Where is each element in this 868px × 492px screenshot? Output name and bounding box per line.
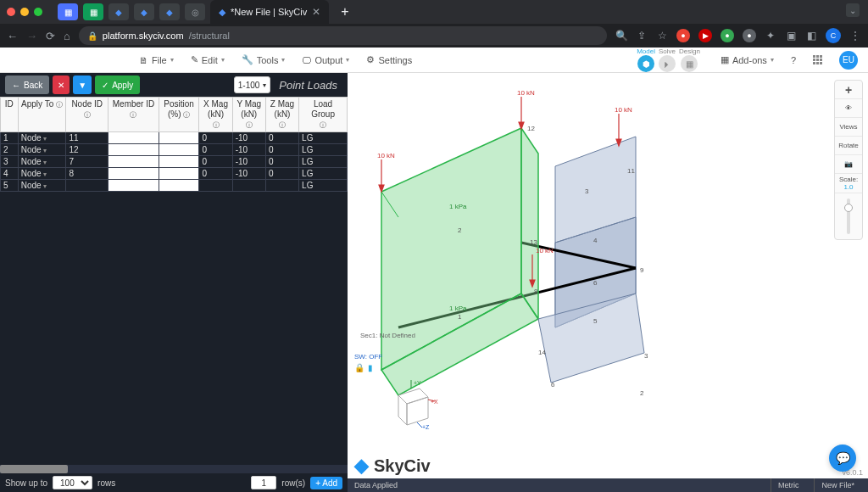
loads-table[interactable]: ID Apply To ⓘ Node IDⓘ Member ID ⓘ Posit… [0, 97, 348, 192]
svg-text:Sec1: Not Defined: Sec1: Not Defined [360, 332, 415, 339]
monitor-icon: 🖵 [302, 55, 311, 65]
menu-output[interactable]: 🖵Output▾ [295, 52, 356, 69]
back-button[interactable]: ←Back [5, 75, 49, 94]
visibility-button[interactable]: 👁 [835, 99, 862, 118]
wf-solve[interactable]: Solve⏵ [659, 48, 676, 72]
views-button[interactable]: Views [835, 118, 862, 137]
lock-indicators[interactable]: 🔒▮ [354, 363, 373, 372]
close-window-icon[interactable] [7, 8, 15, 16]
cast-icon[interactable]: ▣ [785, 30, 797, 42]
col-node[interactable]: Node IDⓘ [66, 98, 108, 132]
add-row-button[interactable]: + Add [310, 477, 342, 489]
kebab-menu-icon[interactable]: ⋮ [849, 30, 861, 42]
menu-file[interactable]: 🗎File▾ [132, 52, 181, 69]
pinned-tab-skyciv-1[interactable]: ◆ [108, 3, 129, 20]
window-controls[interactable] [7, 8, 42, 16]
reload-icon[interactable]: ⟳ [46, 30, 55, 42]
table-row[interactable]: 2Node120-100LG [1, 144, 348, 156]
menu-addons[interactable]: ▦Add-ons▾ [714, 51, 781, 69]
svg-text:12: 12 [527, 125, 535, 132]
table-wrap: ID Apply To ⓘ Node IDⓘ Member ID ⓘ Posit… [0, 97, 348, 192]
menu-tools[interactable]: 🔧Tools▾ [235, 51, 292, 69]
panel-icon[interactable]: ◧ [805, 30, 817, 42]
svg-text:3: 3 [644, 352, 648, 360]
table-row[interactable]: 5NodeLG [1, 180, 348, 192]
search-icon[interactable]: 🔍 [615, 30, 627, 42]
viewport[interactable]: 12 11 8 13 14 3 2 6 9 2 1 3 4 6 5 [348, 73, 868, 492]
col-ymag[interactable]: Y Mag (kN)ⓘ [232, 98, 265, 132]
zoom-in-button[interactable]: + [835, 81, 862, 99]
file-icon: 🗎 [139, 55, 148, 65]
gear-icon: ⚙ [366, 54, 375, 65]
sw-indicator: SW: OFF [354, 353, 382, 361]
url-path: /structural [189, 31, 230, 41]
filter-button[interactable]: ▼ [73, 75, 92, 94]
apply-button[interactable]: ✓Apply [95, 75, 140, 94]
svg-text:11: 11 [627, 167, 635, 175]
new-tab-button[interactable]: + [334, 4, 355, 20]
cancel-button[interactable]: ✕ [53, 75, 70, 94]
col-xmag[interactable]: X Mag (kN)ⓘ [199, 98, 232, 132]
menu-settings[interactable]: ⚙Settings [359, 51, 419, 69]
table-footer: Show up to 100 rows row(s) + Add [0, 473, 348, 492]
user-avatar[interactable]: EU [839, 51, 858, 70]
forward-icon[interactable]: → [26, 30, 37, 42]
table-row[interactable]: 1Node110-100LG [1, 132, 348, 144]
help-icon[interactable]: ? [784, 52, 803, 69]
extension-1-icon[interactable]: ● [676, 29, 690, 42]
home-icon[interactable]: ⌂ [64, 30, 70, 42]
maximize-window-icon[interactable] [34, 8, 42, 16]
col-apply[interactable]: Apply To ⓘ [18, 98, 66, 132]
rowcount-input[interactable] [251, 476, 276, 489]
range-select[interactable]: 1-100▾ [234, 76, 271, 93]
active-tab[interactable]: ◆ *New File | SkyCiv ✕ [210, 0, 329, 24]
left-panel: ←Back ✕ ▼ ✓Apply 1-100▾ Point Loads ID A… [0, 73, 348, 492]
scale-slider[interactable] [847, 198, 850, 234]
status-file[interactable]: New File* [814, 478, 861, 492]
check-icon: ✓ [102, 81, 108, 90]
camera-button[interactable]: 📷 [835, 155, 862, 174]
status-message: Data Applied [354, 481, 398, 489]
menu-edit[interactable]: ✎Edit▾ [184, 51, 231, 69]
col-zmag[interactable]: Z Mag (kN)ⓘ [265, 98, 298, 132]
svg-marker-9 [538, 294, 644, 383]
share-icon[interactable]: ⇪ [636, 30, 648, 42]
apps-grid-icon[interactable] [806, 52, 829, 68]
rotate-button[interactable]: Rotate [835, 137, 862, 155]
panel-title: Point Loads [274, 79, 342, 92]
left-bottom: Show up to 100 rows row(s) + Add [0, 465, 348, 492]
bookmark-icon[interactable]: ☆ [656, 30, 668, 42]
extensions-icon[interactable]: ✦ [765, 30, 776, 42]
wrench-icon: 🔧 [242, 54, 253, 65]
svg-text:1 kPa: 1 kPa [449, 203, 467, 210]
app-toolbar: 🗎File▾ ✎Edit▾ 🔧Tools▾ 🖵Output▾ ⚙Settings… [0, 48, 868, 73]
close-tab-icon[interactable]: ✕ [312, 6, 320, 18]
pinned-tab-sheets[interactable]: ▦ [83, 3, 103, 20]
col-lg[interactable]: Load Groupⓘ [299, 98, 348, 132]
wf-design[interactable]: Design▦ [679, 48, 700, 72]
showup-select[interactable]: 100 [53, 476, 92, 489]
orientation-cube[interactable]: +Y +X +Z [381, 378, 441, 438]
profile-avatar[interactable]: C [826, 28, 841, 43]
pinned-tab-other[interactable]: ◎ [185, 3, 205, 20]
extension-3-icon[interactable]: ● [721, 29, 734, 42]
col-member[interactable]: Member ID ⓘ [108, 98, 159, 132]
h-scrollbar[interactable] [0, 465, 348, 473]
table-row[interactable]: 4Node80-100LG [1, 168, 348, 180]
back-icon[interactable]: ← [7, 30, 18, 42]
table-row[interactable]: 3Node70-100LG [1, 156, 348, 168]
status-units[interactable]: Metric [771, 478, 806, 492]
extension-2-icon[interactable]: ▶ [698, 29, 712, 42]
minimize-window-icon[interactable] [20, 8, 29, 16]
wf-model[interactable]: Model⬢ [637, 48, 655, 72]
col-id[interactable]: ID [1, 98, 19, 132]
pinned-tab-skyciv-3[interactable]: ◆ [159, 3, 180, 20]
chat-fab[interactable]: 💬 [829, 444, 856, 472]
extension-4-icon[interactable]: ● [743, 29, 756, 42]
url-box[interactable]: 🔒 platform.skyciv.com/structural [79, 26, 607, 45]
pinned-tab-skyciv-2[interactable]: ◆ [134, 3, 154, 20]
col-pos[interactable]: Position (%) ⓘ [159, 98, 199, 132]
pinned-tab-docs[interactable]: ▦ [58, 3, 78, 20]
rowcount-suffix: row(s) [281, 478, 305, 488]
tab-dropdown-icon[interactable]: ⌄ [846, 3, 860, 17]
